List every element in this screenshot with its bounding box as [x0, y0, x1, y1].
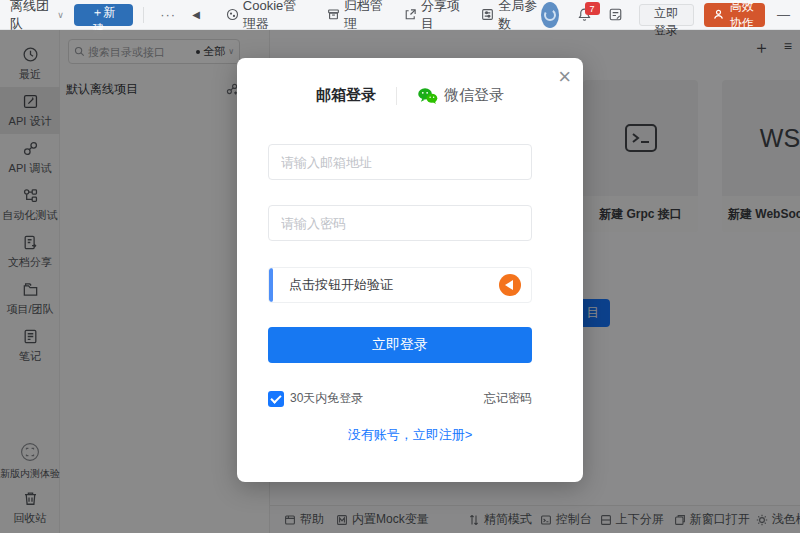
params-icon — [481, 8, 494, 21]
close-icon[interactable]: × — [558, 66, 571, 88]
notifications-button[interactable]: 7 — [577, 7, 592, 22]
menu-label: Cookie管理器 — [243, 0, 309, 33]
notification-badge: 7 — [585, 2, 600, 15]
chevron-down-icon: ∨ — [57, 10, 64, 20]
menu-label: 归档管理 — [344, 0, 386, 33]
minimize-button[interactable]: — — [777, 7, 790, 22]
menu-global-params[interactable]: 全局参数 — [481, 0, 540, 33]
menu-archive-manager[interactable]: 归档管理 — [327, 0, 386, 33]
new-button[interactable]: ＋新建... — [74, 4, 134, 26]
captcha-accent-bar — [269, 268, 273, 302]
menu-share-project[interactable]: 分享项目 — [404, 0, 463, 33]
team-name: 离线团队 — [10, 0, 53, 33]
person-icon — [713, 9, 724, 20]
captcha-button[interactable]: 点击按钮开始验证 — [268, 267, 532, 303]
tab-email-login[interactable]: 邮箱登录 — [316, 86, 376, 105]
collaboration-button[interactable]: 高效协作 — [704, 3, 765, 27]
tab-wechat-login[interactable]: 微信登录 — [417, 86, 504, 105]
captcha-logo-icon — [499, 274, 521, 296]
archive-icon — [327, 8, 340, 21]
header-login-button[interactable]: 立即登录 — [639, 4, 694, 26]
wechat-icon — [417, 87, 438, 105]
divider — [396, 87, 397, 105]
more-menu-button[interactable]: ··· — [152, 7, 184, 22]
menu-label: 全局参数 — [498, 0, 540, 33]
collapse-left-icon[interactable]: ◀ — [184, 9, 208, 20]
share-icon — [404, 8, 417, 21]
collab-label: 高效协作 — [728, 0, 756, 32]
login-modal: × 邮箱登录 微信登录 点击按钮开始验证 立即登录 30天内免登录 忘记密码 没… — [237, 58, 583, 482]
register-link[interactable]: 没有账号，立即注册> — [237, 426, 583, 444]
tab-label: 微信登录 — [444, 86, 504, 105]
sync-spinner-icon — [542, 7, 558, 23]
feedback-note-icon[interactable] — [608, 7, 623, 22]
password-field[interactable] — [268, 205, 532, 241]
tab-label: 邮箱登录 — [316, 86, 376, 105]
remember-row: 30天内免登录 忘记密码 — [268, 390, 532, 407]
remember-label: 30天内免登录 — [290, 390, 363, 407]
divider — [143, 7, 144, 23]
remember-checkbox[interactable] — [268, 391, 284, 407]
menu-cookie-manager[interactable]: Cookie管理器 — [226, 0, 309, 33]
app-header: 离线团队 ∨ ＋新建... ··· ◀ Cookie管理器 归档管理 分享项目 … — [0, 0, 800, 30]
avatar[interactable] — [541, 2, 559, 28]
menu-label: 分享项目 — [421, 0, 463, 33]
cookie-icon — [226, 8, 239, 21]
email-field[interactable] — [268, 144, 532, 180]
login-submit-button[interactable]: 立即登录 — [268, 327, 532, 363]
forgot-password-link[interactable]: 忘记密码 — [484, 390, 532, 407]
login-tabs: 邮箱登录 微信登录 — [237, 86, 583, 105]
captcha-label: 点击按钮开始验证 — [289, 276, 393, 294]
team-switcher[interactable]: 离线团队 ∨ — [10, 0, 64, 33]
